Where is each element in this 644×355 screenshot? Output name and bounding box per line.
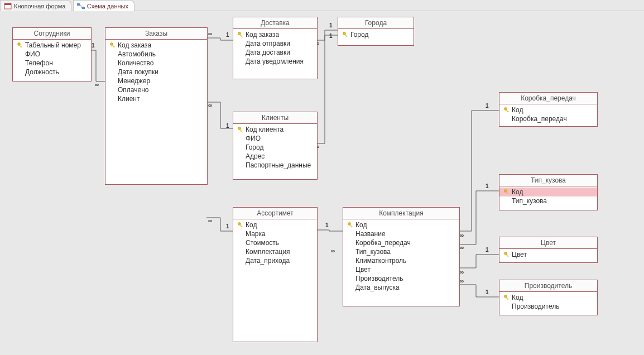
- table-body[interactable]: Тип_кузоваКодТип_кузова: [499, 174, 598, 210]
- table-clients[interactable]: КлиентыКод клиентаФИОГородАдресПаспортны…: [233, 112, 318, 180]
- field-row[interactable]: Табельный номер: [13, 41, 91, 50]
- field-row[interactable]: Код: [233, 220, 317, 229]
- relationship-line[interactable]: [459, 285, 499, 297]
- table-gearbox[interactable]: Коробка_передачКодКоробка_передач: [499, 92, 598, 127]
- field-row[interactable]: Код: [499, 105, 597, 114]
- field-row[interactable]: Дата покупки: [105, 68, 207, 76]
- table-assort[interactable]: АссортиметКодМаркаСтоимостьКомплектацияД…: [233, 207, 318, 342]
- primary-key-icon: [347, 257, 354, 265]
- relationship-line[interactable]: [459, 255, 499, 268]
- field-row[interactable]: Город: [233, 143, 317, 152]
- field-row[interactable]: Код: [499, 293, 597, 302]
- table-title: Города: [338, 17, 414, 29]
- field-row[interactable]: Код заказа: [105, 41, 207, 50]
- primary-key-icon: [503, 106, 511, 114]
- field-row[interactable]: Тип_кузова: [499, 196, 597, 205]
- primary-key-icon: [237, 152, 244, 160]
- field-row[interactable]: Телефон: [13, 59, 91, 68]
- relationship-line[interactable]: [459, 111, 499, 231]
- field-row[interactable]: Климатконтроль: [343, 256, 459, 265]
- field-row[interactable]: Цвет: [499, 250, 597, 259]
- field-row[interactable]: Адрес: [233, 152, 317, 161]
- field-row[interactable]: Код: [499, 188, 597, 196]
- field-name: Дата_выпуска: [355, 284, 400, 291]
- table-title: Клиенты: [233, 112, 317, 124]
- cardinality-label: 1: [226, 32, 229, 38]
- field-row[interactable]: Количество: [105, 59, 207, 68]
- field-row[interactable]: Комплектация: [233, 247, 317, 256]
- field-row[interactable]: Коробка_передач: [499, 114, 597, 123]
- field-row[interactable]: ФИО: [233, 134, 317, 143]
- field-row[interactable]: Должность: [13, 68, 91, 76]
- field-row[interactable]: Цвет: [343, 265, 459, 274]
- app-viewport: Кнопочная форма Схема данных 1∞∞1∞1∞1∞1∞…: [0, 0, 644, 355]
- table-complect[interactable]: КомплектацияКодНазваниеКоробка_передачТи…: [343, 207, 460, 306]
- field-row[interactable]: Код клиента: [233, 125, 317, 134]
- field-row[interactable]: Паспортные_данные: [233, 161, 317, 170]
- field-name: Стоимость: [246, 239, 279, 247]
- field-row[interactable]: Оплачено: [105, 85, 207, 94]
- field-name: Код: [355, 221, 367, 229]
- field-row[interactable]: Код заказа: [233, 30, 317, 39]
- diagram-canvas[interactable]: 1∞∞1∞1∞1∞1∞11∞∞1∞1∞1∞1 СотрудникиТабельн…: [0, 11, 644, 355]
- primary-key-icon: [237, 257, 244, 265]
- relationship-line[interactable]: [316, 30, 338, 40]
- cardinality-label: ∞: [95, 81, 99, 88]
- table-orders[interactable]: ЗаказыКод заказаАвтомобильКоличествоДата…: [105, 27, 208, 185]
- field-row[interactable]: Название: [343, 229, 459, 238]
- field-row[interactable]: Стоимость: [233, 238, 317, 247]
- field-row[interactable]: Дата_прихода: [233, 256, 317, 265]
- field-row[interactable]: Клиент: [105, 94, 207, 103]
- table-cities[interactable]: ГородаГород: [338, 17, 414, 46]
- table-delivery[interactable]: ДоставкаКод заказаДата отправкиДата дост…: [233, 17, 318, 79]
- primary-key-icon: [503, 188, 511, 196]
- field-name: Коробка_передач: [355, 239, 411, 247]
- cardinality-label: ∞: [460, 278, 464, 284]
- field-row[interactable]: Менеджер: [105, 76, 207, 85]
- field-row[interactable]: Дата уведомления: [233, 57, 317, 66]
- field-row[interactable]: ФИО: [13, 50, 91, 59]
- primary-key-icon: [109, 86, 117, 94]
- table-employees[interactable]: СотрудникиТабельный номерФИОТелефонДолжн…: [12, 27, 92, 81]
- field-row[interactable]: Дата доставки: [233, 48, 317, 57]
- field-name: Код: [512, 294, 523, 301]
- relationship-line[interactable]: [459, 191, 499, 244]
- field-row[interactable]: Город: [338, 30, 414, 39]
- cardinality-label: 1: [325, 222, 329, 228]
- primary-key-icon: [237, 221, 244, 229]
- table-color[interactable]: ЦветЦвет: [499, 237, 598, 263]
- relationship-line[interactable]: [206, 38, 233, 40]
- primary-key-icon: [347, 221, 354, 229]
- field-row[interactable]: Коробка_передач: [343, 238, 459, 247]
- cardinality-label: ∞: [208, 218, 212, 224]
- field-row[interactable]: Производитель: [499, 302, 597, 311]
- field-row[interactable]: Производитель: [343, 274, 459, 283]
- field-name: Климатконтроль: [355, 257, 406, 265]
- tab-label: Кнопочная форма: [14, 3, 65, 9]
- primary-key-icon: [237, 40, 244, 47]
- field-row[interactable]: Дата отправки: [233, 39, 317, 48]
- field-row[interactable]: Автомобиль: [105, 50, 207, 59]
- field-name: Марка: [246, 230, 266, 238]
- primary-key-icon: [109, 41, 117, 49]
- field-row[interactable]: Код: [343, 220, 459, 229]
- relationship-line[interactable]: [316, 230, 343, 231]
- field-name: Цвет: [512, 251, 527, 258]
- field-list: КодПроизводитель: [499, 292, 597, 312]
- tab-form[interactable]: Кнопочная форма: [0, 0, 71, 11]
- field-list: Код клиентаФИОГородАдресПаспортные_данны…: [233, 124, 317, 171]
- relationship-line[interactable]: [90, 50, 105, 81]
- primary-key-icon: [347, 266, 354, 274]
- field-row[interactable]: Дата_выпуска: [343, 283, 459, 292]
- field-list: КодНазваниеКоробка_передачТип_кузоваКлим…: [343, 219, 459, 293]
- field-name: Должность: [25, 68, 59, 76]
- relationship-line[interactable]: [316, 35, 338, 143]
- primary-key-icon: [237, 31, 244, 39]
- field-row[interactable]: Тип_кузова: [343, 247, 459, 256]
- cardinality-label: ∞: [460, 269, 464, 275]
- table-title: Сотрудники: [13, 28, 91, 40]
- tab-relationships[interactable]: Схема данных: [73, 0, 134, 11]
- tab-strip: Кнопочная форма Схема данных: [0, 0, 644, 11]
- field-row[interactable]: Марка: [233, 229, 317, 238]
- table-maker[interactable]: ПроизводительКодПроизводитель: [499, 280, 598, 315]
